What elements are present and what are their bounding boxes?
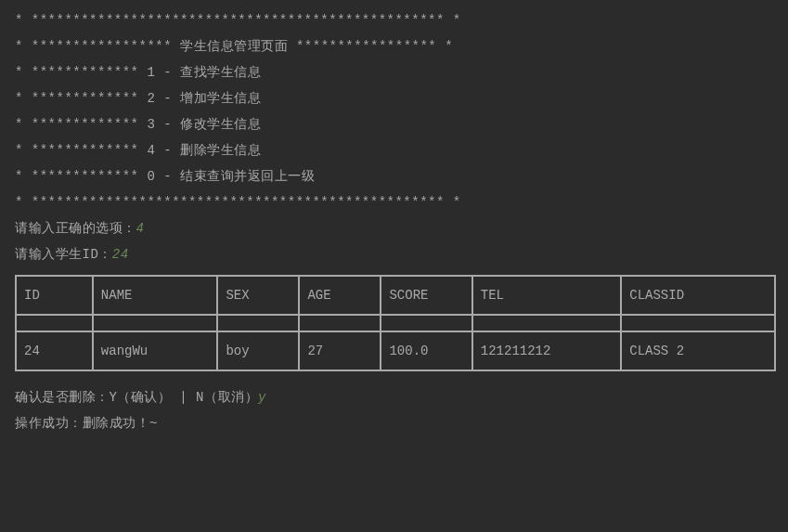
menu-option-1: * ************* 1 - 查找学生信息: [15, 59, 773, 85]
cell-age: 27: [299, 331, 381, 370]
menu-option-2: * ************* 2 - 增加学生信息: [15, 85, 773, 111]
confirm-input[interactable]: y: [258, 390, 266, 405]
menu-border-top: * **************************************…: [15, 7, 773, 33]
confirm-label: 确认是否删除：Y（确认） | N（取消）: [15, 390, 258, 405]
menu-option-3: * ************* 3 - 修改学生信息: [15, 111, 773, 137]
cell-name: wangWu: [93, 331, 218, 370]
prompt-id-input[interactable]: 24: [112, 247, 129, 262]
prompt-id-label: 请输入学生ID：: [15, 247, 112, 262]
table-spacer: [16, 315, 775, 331]
cell-id: 24: [16, 331, 93, 370]
prompt-id: 请输入学生ID：24: [15, 241, 773, 267]
prompt-select: 请输入正确的选项：4: [15, 215, 773, 241]
cell-tel: 121211212: [472, 331, 621, 370]
prompt-select-label: 请输入正确的选项：: [15, 221, 136, 236]
cell-sex: boy: [217, 331, 299, 370]
confirm-prompt: 确认是否删除：Y（确认） | N（取消）y: [15, 384, 773, 410]
header-tel: TEL: [472, 276, 621, 315]
table-row: 24 wangWu boy 27 100.0 121211212 CLASS 2: [16, 331, 775, 370]
header-score: SCORE: [381, 276, 472, 315]
cell-score: 100.0: [381, 331, 472, 370]
header-id: ID: [16, 276, 93, 315]
menu-border-bottom: * **************************************…: [15, 189, 773, 215]
header-sex: SEX: [217, 276, 299, 315]
student-table: ID NAME SEX AGE SCORE TEL CLASSID 24 wan…: [15, 275, 776, 371]
cell-classid: CLASS 2: [621, 331, 775, 370]
menu-option-4: * ************* 4 - 删除学生信息: [15, 137, 773, 163]
prompt-select-input[interactable]: 4: [136, 221, 145, 236]
header-age: AGE: [299, 276, 381, 315]
table-header-row: ID NAME SEX AGE SCORE TEL CLASSID: [16, 276, 775, 315]
header-name: NAME: [93, 276, 218, 315]
menu-title: * ***************** 学生信息管理页面 ***********…: [15, 33, 773, 59]
menu-option-0: * ************* 0 - 结束查询并返回上一级: [15, 163, 773, 189]
header-classid: CLASSID: [621, 276, 775, 315]
result-message: 操作成功：删除成功！~: [15, 410, 773, 436]
